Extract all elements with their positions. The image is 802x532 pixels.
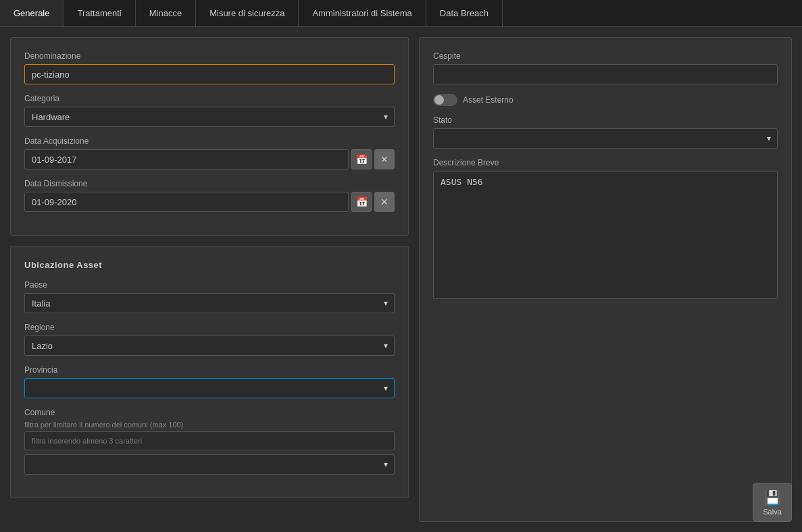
save-icon: 💾 <box>764 489 781 506</box>
tab-bar: Generale Trattamenti Minacce Misure di s… <box>0 0 802 27</box>
provincia-group: Provincia <box>24 365 395 398</box>
location-card: Ubicazione Asset Paese Italia Francia Ge… <box>10 246 409 498</box>
save-button[interactable]: 💾 Salva <box>753 483 792 522</box>
data-dismissione-label: Data Dismissione <box>24 179 395 188</box>
asset-esterno-group: Asset Esterno <box>433 94 778 106</box>
provincia-label: Provincia <box>24 365 395 375</box>
right-card: Cespite Asset Esterno Stato Descrizione <box>419 37 792 522</box>
right-panel: Cespite Asset Esterno Stato Descrizione <box>419 37 792 522</box>
cespite-group: Cespite <box>433 51 778 84</box>
denominazione-input[interactable] <box>24 64 395 84</box>
cespite-input[interactable] <box>433 64 778 84</box>
paese-select-wrapper: Italia Francia Germania <box>24 293 395 313</box>
calendar-icon: 📅 <box>356 154 368 165</box>
save-label: Salva <box>763 508 782 516</box>
stato-label: Stato <box>433 115 778 125</box>
data-acquisizione-group: Data Acquisizione 📅 ✕ <box>24 136 395 169</box>
location-card-title: Ubicazione Asset <box>24 260 395 270</box>
tab-trattamenti[interactable]: Trattamenti <box>64 0 135 26</box>
tab-generale[interactable]: Generale <box>0 0 64 26</box>
regione-select-wrapper: Lazio Toscana Lombardia <box>24 336 395 356</box>
stato-group: Stato <box>433 115 778 149</box>
data-acquisizione-wrapper: 📅 ✕ <box>24 149 395 169</box>
tab-minacce[interactable]: Minacce <box>136 0 196 26</box>
paese-select[interactable]: Italia Francia Germania <box>24 293 395 313</box>
comune-select[interactable] <box>24 454 395 475</box>
regione-group: Regione Lazio Toscana Lombardia <box>24 323 395 356</box>
data-dismissione-clear-btn[interactable]: ✕ <box>374 192 395 212</box>
paese-group: Paese Italia Francia Germania <box>24 280 395 313</box>
data-acquisizione-clear-btn[interactable]: ✕ <box>374 149 395 169</box>
descrizione-textarea[interactable]: ASUS N56 <box>433 171 778 299</box>
tab-amministratori[interactable]: Amministratori di Sistema <box>299 0 426 26</box>
categoria-group: Categoria Hardware Software Servizi <box>24 94 395 127</box>
asset-esterno-label: Asset Esterno <box>463 95 513 105</box>
data-dismissione-input[interactable] <box>24 192 349 212</box>
clear-icon: ✕ <box>380 154 389 165</box>
categoria-label: Categoria <box>24 94 395 103</box>
categoria-select[interactable]: Hardware Software Servizi <box>24 107 395 127</box>
paese-label: Paese <box>24 280 395 290</box>
regione-select[interactable]: Lazio Toscana Lombardia <box>24 336 395 356</box>
asset-esterno-toggle[interactable] <box>433 94 457 106</box>
descrizione-label: Descrizione Breve <box>433 158 778 167</box>
stato-select-wrapper <box>433 128 778 149</box>
data-acquisizione-label: Data Acquisizione <box>24 136 395 146</box>
stato-select[interactable] <box>433 128 778 149</box>
provincia-select[interactable] <box>24 378 395 398</box>
regione-label: Regione <box>24 323 395 332</box>
cespite-label: Cespite <box>433 51 778 61</box>
save-button-container: 💾 Salva <box>753 483 792 522</box>
comune-filter-input[interactable] <box>24 431 395 450</box>
descrizione-group: Descrizione Breve ASUS N56 <box>433 158 778 301</box>
data-dismissione-wrapper: 📅 ✕ <box>24 192 395 212</box>
comune-group: Comune filtra per limitare il numero dei… <box>24 408 395 475</box>
data-acquisizione-calendar-btn[interactable]: 📅 <box>351 149 372 169</box>
calendar-icon: 📅 <box>356 196 368 207</box>
left-panel: Denominazione Categoria Hardware Softwar… <box>10 37 409 522</box>
comune-label: Comune <box>24 408 395 417</box>
comune-select-wrapper <box>24 454 395 475</box>
data-dismissione-group: Data Dismissione 📅 ✕ <box>24 179 395 212</box>
tab-misure[interactable]: Misure di sicurezza <box>196 0 299 26</box>
tab-databreach[interactable]: Data Breach <box>426 0 503 26</box>
denominazione-group: Denominazione <box>24 51 395 84</box>
comune-hint: filtra per limitare il numero dei comuni… <box>24 421 395 429</box>
data-dismissione-calendar-btn[interactable]: 📅 <box>351 192 372 212</box>
clear-icon: ✕ <box>380 196 389 207</box>
general-info-card: Denominazione Categoria Hardware Softwar… <box>10 37 409 236</box>
provincia-select-wrapper <box>24 378 395 398</box>
denominazione-label: Denominazione <box>24 51 395 61</box>
data-acquisizione-input[interactable] <box>24 149 349 169</box>
categoria-select-wrapper: Hardware Software Servizi <box>24 107 395 127</box>
